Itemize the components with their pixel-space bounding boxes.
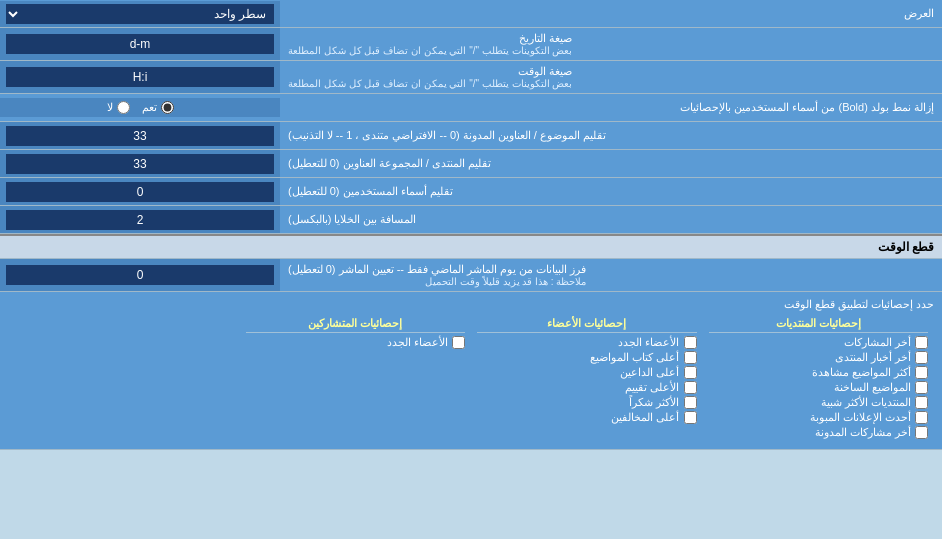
stat-top-violators-label: أعلى المخالفين (611, 411, 679, 424)
stat-latest-classifieds-cb[interactable] (915, 411, 928, 424)
stats-item: أخر أخبار المنتدى (709, 351, 929, 364)
display-label: العرض (280, 3, 942, 24)
user-trim-label: تقليم أسماء المستخدمين (0 للتعطيل) (280, 178, 942, 205)
empty-col (8, 315, 240, 443)
stat-top-inviters-label: أعلى الداعين (620, 366, 679, 379)
date-format-label: صيغة التاريخ بعض التكوينات يتطلب "/" الت… (280, 28, 942, 60)
stats-item: أعلى كتاب المواضيع (477, 351, 697, 364)
bold-remove-yes-label[interactable]: تعم (142, 101, 174, 114)
subject-trim-label: تقليم الموضوع / العناوين المدونة (0 -- ا… (280, 122, 942, 149)
bold-remove-no-radio[interactable] (117, 101, 130, 114)
stat-most-similar-label: المنتديات الأكثر شبية (821, 396, 911, 409)
combined-stats-col: إحصائيات المتشاركين الأعضاء الجدد (240, 315, 472, 443)
user-trim-input-wrapper: 0 (0, 178, 280, 205)
stat-top-writers-label: أعلى كتاب المواضيع (590, 351, 679, 364)
stat-blog-posts-label: أخر مشاركات المدونة (815, 426, 911, 439)
stats-columns: إحصائيات المنتديات أخر المشاركات أخر أخب… (8, 315, 934, 443)
stat-last-posts-label: أخر المشاركات (844, 336, 911, 349)
stat-top-writers-cb[interactable] (684, 351, 697, 364)
stat-top-violators-cb[interactable] (684, 411, 697, 424)
stat-latest-classifieds-label: أحدث الإعلانات المبوبة (810, 411, 911, 424)
stat-most-similar-cb[interactable] (915, 396, 928, 409)
posts-col-header: إحصائيات المنتديات (709, 317, 929, 333)
date-format-input-wrapper: d-m (0, 28, 280, 60)
stat-forum-news-label: أخر أخبار المنتدى (835, 351, 911, 364)
stats-item: أخر مشاركات المدونة (709, 426, 929, 439)
bold-remove-controls: تعم لا (0, 98, 280, 117)
time-format-input[interactable]: H:i (6, 67, 274, 87)
members-col-header: إحصائيات الأعضاء (477, 317, 697, 333)
bold-remove-no-label[interactable]: لا (107, 101, 130, 114)
bold-remove-yes-radio[interactable] (161, 101, 174, 114)
members-stats-col: إحصائيات الأعضاء الأعضاء الجدد أعلى كتاب… (471, 315, 703, 443)
user-trim-input[interactable]: 0 (6, 182, 274, 202)
cell-spacing-input-wrapper: 2 (0, 206, 280, 233)
time-format-label: صيغة الوقت بعض التكوينات يتطلب "/" التي … (280, 61, 942, 93)
cutoff-label: فرز البيانات من يوم الماشر الماضي فقط --… (280, 259, 942, 291)
stats-item: المنتديات الأكثر شبية (709, 396, 929, 409)
stats-item: الأعضاء الجدد (477, 336, 697, 349)
stat-highest-rated-label: الأعلى تقييم (625, 381, 679, 394)
cutoff-section-title: قطع الوقت (0, 234, 942, 259)
display-select[interactable]: سطر واحد سطران ثلاثة أسطر (6, 4, 274, 24)
stat-most-thanked-label: الأكثر شكراً (629, 396, 679, 409)
stat-most-viewed-label: أكثر المواضيع مشاهدة (812, 366, 911, 379)
cell-spacing-label: المسافة بين الخلايا (بالبكسل) (280, 206, 942, 233)
combined-col-header: إحصائيات المتشاركين (246, 317, 466, 333)
forum-trim-input-wrapper: 33 (0, 150, 280, 177)
stats-item: أحدث الإعلانات المبوبة (709, 411, 929, 424)
date-format-input[interactable]: d-m (6, 34, 274, 54)
stat-hot-topics-label: المواضيع الساخنة (834, 381, 911, 394)
stats-item: الأعلى تقييم (477, 381, 697, 394)
stats-section: حدد إحصائيات لتطبيق قطع الوقت إحصائيات ا… (0, 292, 942, 450)
stat-most-thanked-cb[interactable] (684, 396, 697, 409)
stat-most-viewed-cb[interactable] (915, 366, 928, 379)
stat-blog-posts-cb[interactable] (915, 426, 928, 439)
stats-item: الأكثر شكراً (477, 396, 697, 409)
stat-highest-rated-cb[interactable] (684, 381, 697, 394)
stat-top-inviters-cb[interactable] (684, 366, 697, 379)
stat-hot-topics-cb[interactable] (915, 381, 928, 394)
forum-trim-input[interactable]: 33 (6, 154, 274, 174)
cell-spacing-input[interactable]: 2 (6, 210, 274, 230)
display-select-wrapper: سطر واحد سطران ثلاثة أسطر (0, 1, 280, 27)
stat-forum-news-cb[interactable] (915, 351, 928, 364)
stats-item: المواضيع الساخنة (709, 381, 929, 394)
stats-apply-label: حدد إحصائيات لتطبيق قطع الوقت (8, 298, 934, 311)
stat-combined-new-members-label: الأعضاء الجدد (387, 336, 448, 349)
stat-last-posts-cb[interactable] (915, 336, 928, 349)
posts-stats-col: إحصائيات المنتديات أخر المشاركات أخر أخب… (703, 315, 935, 443)
stats-item: أخر المشاركات (709, 336, 929, 349)
bold-remove-label: إزالة نمط بولد (Bold) من أسماء المستخدمي… (280, 97, 942, 118)
stats-item: الأعضاء الجدد (246, 336, 466, 349)
stats-item: أعلى الداعين (477, 366, 697, 379)
forum-trim-label: تقليم المنتدى / المجموعة العناوين (0 للت… (280, 150, 942, 177)
cutoff-input-wrapper: 0 (0, 259, 280, 291)
stats-item: أعلى المخالفين (477, 411, 697, 424)
stat-new-members-cb[interactable] (684, 336, 697, 349)
cutoff-input[interactable]: 0 (6, 265, 274, 285)
subject-trim-input-wrapper: 33 (0, 122, 280, 149)
stats-item: أكثر المواضيع مشاهدة (709, 366, 929, 379)
stat-new-members-label: الأعضاء الجدد (618, 336, 679, 349)
subject-trim-input[interactable]: 33 (6, 126, 274, 146)
stat-combined-new-members-cb[interactable] (452, 336, 465, 349)
time-format-input-wrapper: H:i (0, 61, 280, 93)
